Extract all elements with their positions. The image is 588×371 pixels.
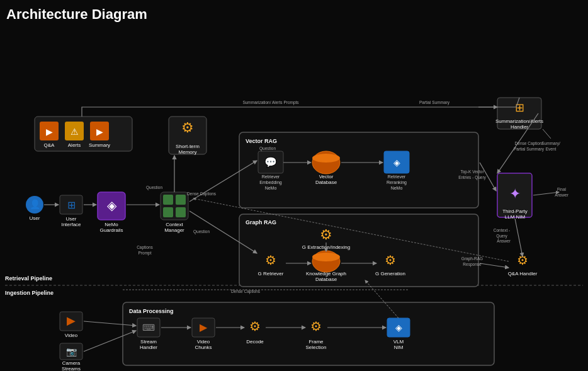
summarization-handler-node: ⊞ Summarization/Alerts Handler: [495, 98, 543, 130]
video-chunks-node: ▶ Video Chunks: [192, 318, 215, 350]
knowledge-graph-label: Knowledge Graph: [306, 271, 346, 277]
vector-database-node: Vector Database: [312, 151, 340, 185]
svg-text:Partial Summary: Partial Summary: [514, 147, 545, 152]
svg-text:⚙: ⚙: [265, 253, 276, 267]
camera-streams-node: 📷 Camera Streams: [60, 343, 82, 371]
g-retriever-label: G Retriever: [258, 271, 284, 277]
user-interface-label: User: [66, 216, 77, 222]
svg-text:Summary/: Summary/: [541, 141, 560, 146]
svg-text:Prompt: Prompt: [139, 251, 152, 256]
context-manager-node: Context Manager: [161, 192, 188, 233]
svg-text:▶: ▶: [46, 127, 53, 137]
svg-rect-59: [123, 302, 494, 365]
user-label: User: [30, 215, 40, 221]
svg-line-113: [543, 129, 551, 139]
svg-rect-21: [176, 195, 186, 205]
retriever-embedding-node: 💬 Retriever Embedding NeMo: [258, 151, 283, 190]
nemo-guardrails-node: ◈ NeMo Guardrails: [98, 192, 125, 233]
frame-selection-label: Frame: [308, 339, 324, 345]
video-label: Video: [65, 333, 78, 338]
svg-text:Interface: Interface: [61, 222, 81, 227]
vector-database-label: Vector: [319, 174, 334, 180]
svg-text:Manager: Manager: [164, 227, 184, 233]
retriever-reranking-node: ◈ Retriever Reranking NeMo: [384, 151, 409, 190]
svg-text:Chunks: Chunks: [195, 345, 212, 350]
svg-text:◈: ◈: [393, 157, 400, 168]
data-processing-label: Data Processing: [129, 308, 174, 314]
alerts-label: Alerts: [68, 142, 81, 148]
video-node: ▶ Video: [60, 312, 82, 338]
svg-rect-20: [163, 195, 173, 205]
graph-rag-label: Graph RAG: [246, 219, 276, 225]
summarization-handler-label: Summarization/Alerts: [495, 118, 543, 124]
svg-text:◈: ◈: [395, 322, 402, 333]
context-manager-label: Context: [166, 222, 183, 227]
g-generation-label: G Generation: [375, 271, 405, 277]
svg-text:Retriever: Retriever: [262, 174, 280, 179]
svg-line-98: [515, 219, 523, 256]
page-title: Architecture Diagram: [6, 6, 147, 23]
svg-text:💬: 💬: [264, 156, 277, 168]
vlm-nim-label: VLM: [393, 339, 404, 345]
svg-text:Summarization/ Alerts Prompts: Summarization/ Alerts Prompts: [242, 100, 299, 105]
svg-text:Top-K Vector: Top-K Vector: [460, 169, 484, 174]
short-term-memory-node: ⚙ Short-term Memory: [169, 117, 206, 155]
svg-rect-23: [176, 207, 186, 217]
svg-text:Guardrails: Guardrails: [100, 227, 123, 233]
svg-text:✦: ✦: [509, 186, 521, 202]
diagram-container: Retrieval Pipeline Ingestion Pipeline ▶ …: [0, 35, 588, 371]
svg-point-46: [312, 253, 340, 261]
svg-text:NeMo: NeMo: [391, 186, 403, 190]
user-interface-node: ⊞ User Interface: [60, 195, 82, 227]
svg-line-95: [480, 263, 509, 268]
vector-rag-label: Vector RAG: [246, 138, 277, 144]
svg-text:Response: Response: [463, 262, 482, 267]
svg-text:Streams: Streams: [62, 366, 81, 371]
video-chunks-label: Video: [197, 339, 210, 345]
retrieval-pipeline-label: Retrieval Pipeline: [5, 275, 52, 282]
svg-text:⚠: ⚠: [71, 127, 79, 137]
decode-label: Decode: [246, 339, 264, 345]
svg-text:⚙: ⚙: [181, 120, 194, 135]
summary-label: Summary: [89, 142, 110, 148]
svg-text:NIM: NIM: [394, 345, 404, 350]
svg-text:Dense Caption/: Dense Caption/: [515, 141, 543, 146]
svg-text:Dense Captions: Dense Captions: [187, 191, 217, 197]
svg-text:Database: Database: [315, 180, 337, 185]
svg-text:⊞: ⊞: [67, 200, 76, 210]
camera-streams-label: Camera: [62, 360, 81, 366]
svg-text:◈: ◈: [107, 198, 117, 212]
svg-text:Question: Question: [193, 229, 210, 234]
qa-handler-node: ⚙ Q&A Handler: [508, 253, 538, 277]
svg-text:Retriever: Retriever: [388, 174, 406, 179]
svg-text:Event: Event: [546, 147, 557, 151]
ingestion-pipeline-label: Ingestion Pipeline: [5, 290, 54, 296]
svg-text:Graph-RAG: Graph-RAG: [461, 256, 483, 261]
svg-text:👤: 👤: [30, 199, 41, 210]
svg-text:Question: Question: [259, 146, 276, 151]
svg-text:Context -: Context -: [494, 228, 510, 232]
svg-rect-22: [163, 207, 173, 217]
user-node: 👤 User: [26, 196, 43, 221]
svg-text:Captions: Captions: [137, 245, 153, 250]
svg-point-32: [312, 154, 340, 163]
svg-text:▶: ▶: [96, 127, 103, 137]
third-party-llm-node: ✦ Third-Party LLM NIM: [497, 173, 532, 220]
nemo-guardrails-label: NeMo: [105, 222, 118, 227]
svg-text:Final: Final: [557, 187, 567, 191]
third-party-llm-label: Third-Party: [502, 208, 528, 214]
svg-text:Selection: Selection: [306, 345, 327, 350]
svg-text:Handler: Handler: [511, 124, 528, 130]
svg-text:Partial Summary: Partial Summary: [419, 100, 450, 105]
svg-text:Answer: Answer: [497, 239, 511, 243]
svg-text:Reranking: Reranking: [387, 180, 407, 185]
svg-text:⊞: ⊞: [515, 101, 524, 114]
svg-text:Answer: Answer: [555, 193, 569, 197]
svg-text:Query: Query: [496, 234, 507, 239]
svg-text:Embedding: Embedding: [259, 180, 282, 185]
svg-text:Question: Question: [146, 185, 162, 190]
stream-handler-node: ⌨ Stream Handler: [137, 318, 160, 350]
short-term-memory-label: Short-term: [176, 144, 200, 149]
svg-text:NeMo: NeMo: [265, 186, 277, 190]
svg-text:📷: 📷: [66, 346, 77, 357]
